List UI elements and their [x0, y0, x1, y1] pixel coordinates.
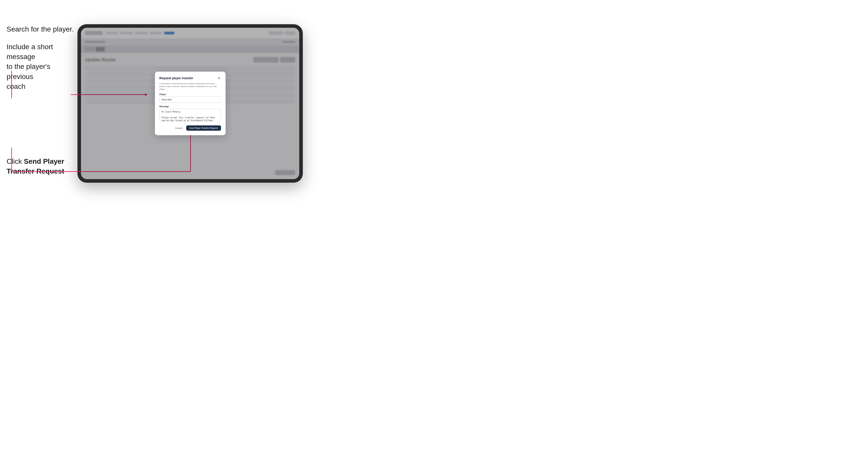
annotation-click-text: Click Send Player Transfer Request	[6, 156, 72, 176]
tablet-device: Update Roster Request player tr	[78, 24, 303, 183]
player-search-input[interactable]	[159, 97, 221, 103]
player-field-label: Player	[159, 93, 221, 96]
request-transfer-modal: Request player transfer ✕ If the player …	[155, 72, 225, 135]
modal-header: Request player transfer ✕	[159, 76, 221, 80]
tablet-screen: Update Roster Request player tr	[81, 28, 299, 179]
cancel-button[interactable]: Cancel	[173, 126, 184, 130]
annotation-search-text: Search for the player.	[6, 24, 74, 34]
send-transfer-request-button[interactable]: Send Player Transfer Request	[186, 125, 221, 131]
modal-overlay: Request player transfer ✕ If the player …	[81, 28, 299, 179]
modal-description: If the player is transferring from anoth…	[159, 82, 221, 91]
modal-title: Request player transfer	[159, 76, 193, 80]
message-field-label: Message	[159, 105, 221, 108]
modal-actions: Cancel Send Player Transfer Request	[159, 125, 221, 131]
annotation-message-text: Include a short messageto the player's p…	[6, 42, 72, 91]
message-textarea[interactable]: Hi Coach McHarg, Please accept this tran…	[159, 109, 221, 121]
close-icon[interactable]: ✕	[217, 76, 221, 80]
